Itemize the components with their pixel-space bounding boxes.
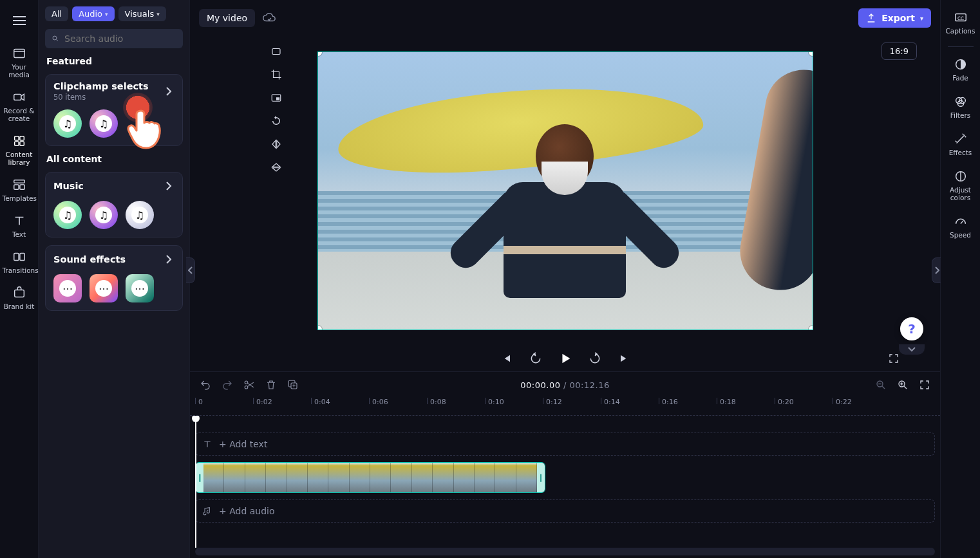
pip-button[interactable] [267,89,285,107]
split-button[interactable] [243,378,256,391]
rr-label: Speed [950,231,971,239]
svg-rect-3 [19,136,23,140]
rr-adjust-colors[interactable]: Adjust colors [942,164,979,208]
card-title: Sound effects [53,254,126,265]
nav-transitions[interactable]: Transitions [1,245,37,281]
crop-button[interactable] [267,66,285,84]
ruler-tick: 0:10 [485,398,504,404]
fit-button[interactable] [267,42,285,60]
open-collection-button[interactable] [163,179,174,193]
forward-button[interactable] [587,351,603,366]
timeline-scrollbar[interactable] [195,548,935,555]
cloud-sync-icon[interactable] [261,10,277,26]
transitions-icon [12,250,26,264]
nav-record-create[interactable]: Record & create [1,85,37,129]
zoom-out-button[interactable] [874,378,887,391]
tab-audio[interactable]: Audio▾ [72,6,114,21]
help-button[interactable]: ? [900,317,923,340]
card-music[interactable]: Music ♫ ♫ ♫ [45,172,183,237]
fullscreen-icon [888,353,900,364]
music-thumbnail[interactable]: ♫ [126,201,154,229]
rr-label: Captions [945,27,975,35]
svg-text:CC: CC [957,15,963,21]
video-clip[interactable]: ║ ║ [195,462,545,493]
rewind-button[interactable] [528,351,543,366]
project-name[interactable]: My video [199,9,255,27]
svg-rect-9 [14,254,18,261]
nav-label: Templates [3,194,37,202]
tab-label: Audio [79,9,102,19]
redo-button[interactable] [221,378,234,391]
rr-filters[interactable]: Filters [942,89,979,126]
zoom-fit-button[interactable] [918,378,931,391]
duplicate-button[interactable] [287,378,299,391]
divider [948,46,974,47]
svg-rect-8 [19,185,24,189]
section-all-content: All content [45,154,183,164]
nav-content-library[interactable]: Content library [1,129,37,172]
play-icon [558,351,572,366]
skip-end-button[interactable] [617,351,632,366]
svg-rect-5 [19,142,23,145]
zoom-in-button[interactable] [896,378,909,391]
open-collection-button[interactable] [163,84,174,98]
tab-visuals[interactable]: Visuals▾ [118,6,166,21]
nav-brand-kit[interactable]: Brand kit [1,281,37,317]
nav-your-media[interactable]: Your media [1,41,37,85]
aspect-ratio-button[interactable]: 16:9 [881,42,917,60]
rotate-button[interactable] [267,112,285,130]
rr-speed[interactable]: Speed [942,209,979,245]
flip-v-button[interactable] [267,158,285,176]
scene-second-arm [734,64,813,296]
ruler-tick: 0:18 [717,398,736,404]
clip-trim-right[interactable]: ║ [537,463,545,492]
play-button[interactable] [558,351,573,366]
music-thumbnail[interactable]: ♫ [90,201,118,229]
undo-button[interactable] [199,378,212,391]
rr-label: Effects [949,149,972,156]
menu-button[interactable] [6,8,32,33]
collapse-library-button[interactable] [186,257,195,283]
clip-strip: ║ ║ [196,463,545,492]
nav-text[interactable]: Text [1,209,37,245]
ruler-tick: 0:12 [543,398,562,404]
collapse-right-rail-button[interactable] [932,257,941,283]
text-track[interactable]: + Add text [195,432,935,456]
chevron-right-icon [165,255,172,264]
resize-handle-tr[interactable] [809,51,813,56]
clip-trim-left[interactable]: ║ [196,463,203,492]
nav-templates[interactable]: Templates [1,172,37,209]
rr-effects[interactable]: Effects [942,127,979,163]
time-ruler[interactable]: 00:020:040:060:080:100:120:140:160:180:2… [190,398,940,416]
card-sound-effects[interactable]: Sound effects ⋯ ⋯ ⋯ [45,245,183,311]
preview-stage: 16:9 ? [190,36,940,346]
preview-canvas[interactable] [317,51,813,330]
skip-start-button[interactable] [498,351,514,366]
audio-track[interactable]: + Add audio [195,499,935,523]
resize-handle-br[interactable] [809,326,813,330]
export-button[interactable]: Export ▾ [858,8,931,28]
chevron-right-icon [934,266,939,274]
sfx-thumbnail[interactable]: ⋯ [53,274,82,302]
fullscreen-button[interactable] [886,351,901,366]
rr-fade[interactable]: Fade [942,52,979,88]
flip-h-button[interactable] [267,135,285,153]
open-collection-button[interactable] [163,252,174,266]
delete-button[interactable] [265,378,278,391]
music-thumbnail[interactable]: ♫ [90,109,118,138]
rr-captions[interactable]: CC Captions [942,5,979,41]
resize-handle-tl[interactable] [317,51,322,56]
search-audio[interactable] [45,29,183,48]
sfx-thumbnail[interactable]: ⋯ [90,274,118,302]
scissors-icon [243,379,255,391]
card-clipchamp-selects[interactable]: Clipchamp selects 50 items ♫ ♫ [45,74,183,146]
resize-handle-bl[interactable] [317,326,322,330]
tab-all[interactable]: All [45,6,68,21]
search-input[interactable] [64,33,176,44]
export-label: Export [881,13,915,23]
music-thumbnail[interactable]: ♫ [53,109,82,138]
playhead[interactable] [195,416,196,548]
music-thumbnail[interactable]: ♫ [53,201,82,229]
chevron-right-icon [165,87,172,96]
sfx-thumbnail[interactable]: ⋯ [126,274,154,302]
